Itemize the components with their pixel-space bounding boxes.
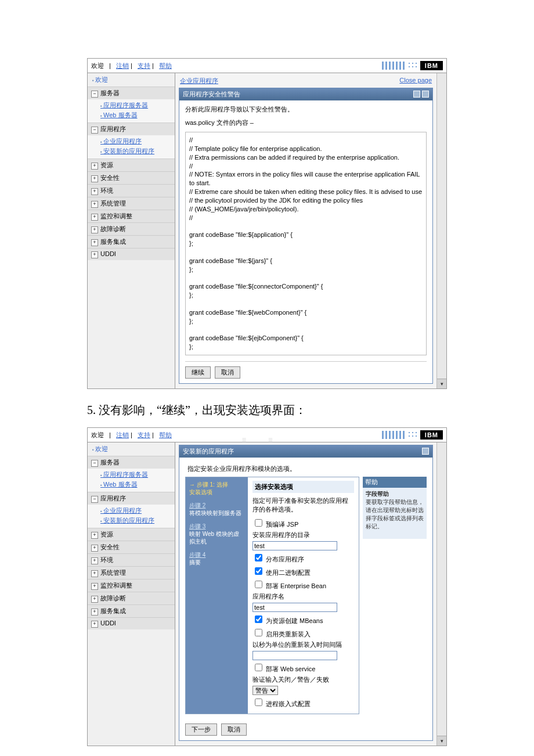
expand-collapse-icon[interactable]: + [91, 570, 98, 577]
expand-collapse-icon[interactable]: + [91, 621, 98, 628]
deploy-webservice-checkbox[interactable]: 部署 Web service [252, 665, 315, 672]
logout-link[interactable]: 注销 [116, 431, 129, 438]
enable-class-reload-checkbox[interactable]: 启用类重新装入 [252, 631, 311, 638]
main-content: 安装新的应用程序 指定安装企业应用程序和模块的选项。 步骤 1: 选择安装选项 [175, 442, 436, 746]
expand-collapse-icon[interactable]: + [91, 175, 98, 182]
deploy-ejb-checkbox[interactable]: 部署 Enterprise Bean [252, 582, 326, 589]
main-content: 企业应用程序 Close page 应用程序安全性警告 分析此应用程序导致以下安… [175, 73, 436, 388]
help-icon[interactable] [422, 448, 429, 455]
app-name-input[interactable] [252, 603, 337, 612]
help-link[interactable]: 帮助 [159, 431, 172, 438]
nav-group-安全性[interactable]: +安全性 [88, 172, 175, 184]
breadcrumb-link[interactable]: 企业应用程序 [180, 77, 218, 85]
sidebar: 欢迎 −服务器应用程序服务器Web 服务器−应用程序企业应用程序安装新的应用程序… [88, 442, 175, 746]
process-embedded-config-checkbox[interactable]: 进程嵌入式配置 [252, 700, 311, 707]
nav-item-应用程序服务器[interactable]: 应用程序服务器 [100, 470, 175, 480]
expand-collapse-icon[interactable]: − [91, 91, 98, 98]
step-3[interactable]: 步骤 3映射 Web 模块的虚拟主机 [189, 523, 244, 545]
expand-collapse-icon[interactable]: + [91, 251, 98, 258]
nav-group-监控和调整[interactable]: +监控和调整 [88, 579, 175, 592]
nav-item-企业应用程序[interactable]: 企业应用程序 [100, 136, 175, 146]
nav-group-系统管理[interactable]: +系统管理 [88, 197, 175, 210]
expand-collapse-icon[interactable]: − [91, 496, 98, 503]
expand-collapse-icon[interactable]: + [91, 596, 98, 603]
sidebar-welcome[interactable]: 欢迎 [88, 442, 175, 456]
nav-item-企业应用程序[interactable]: 企业应用程序 [100, 506, 175, 516]
nav-group-服务集成[interactable]: +服务集成 [88, 605, 175, 617]
nav-group-系统管理[interactable]: +系统管理 [88, 567, 175, 579]
nav-group-资源[interactable]: +资源 [88, 528, 175, 541]
nav-group-服务集成[interactable]: +服务集成 [88, 236, 175, 248]
nav-group-故障诊断[interactable]: +故障诊断 [88, 592, 175, 604]
nav-group-服务器[interactable]: −服务器 [88, 456, 175, 469]
expand-collapse-icon[interactable]: + [91, 557, 98, 564]
nav-group-环境[interactable]: +环境 [88, 185, 175, 197]
step-4[interactable]: 步骤 4摘要 [189, 551, 244, 566]
expand-collapse-icon[interactable]: + [91, 214, 98, 221]
help-icon[interactable] [422, 91, 429, 98]
expand-collapse-icon[interactable]: + [91, 545, 98, 552]
nav-item-安装新的应用程序[interactable]: 安装新的应用程序 [100, 146, 175, 156]
create-mbeans-checkbox[interactable]: 为资源创建 MBeans [252, 617, 323, 624]
nav-item-Web 服务器[interactable]: Web 服务器 [100, 480, 175, 489]
expand-collapse-icon[interactable]: + [91, 239, 98, 246]
expand-collapse-icon[interactable]: + [91, 532, 98, 539]
install-dir-input[interactable] [252, 541, 337, 550]
decor-dots [407, 62, 418, 70]
reload-interval-label: 以秒为单位的重新装入时间间隔 [252, 640, 354, 649]
step-2[interactable]: 步骤 2将模块映射到服务器 [189, 502, 244, 517]
expand-collapse-icon[interactable]: + [91, 201, 98, 208]
nav-group-监控和调整[interactable]: +监控和调整 [88, 210, 175, 222]
topbar: 欢迎 | 注销 | 支持 | 帮助 IBM [88, 59, 446, 73]
cancel-button[interactable]: 取消 [221, 723, 247, 736]
distribute-app-checkbox[interactable]: 分布应用程序 [252, 556, 304, 563]
wizard-steps: 步骤 1: 选择安装选项 步骤 2将模块映射到服务器 步骤 3映射 Web 模块… [186, 477, 248, 714]
expand-collapse-icon[interactable]: + [91, 583, 98, 590]
nav-group-资源[interactable]: +资源 [88, 159, 175, 171]
app-name-label: 应用程序名 [252, 592, 354, 601]
panel-title: 安装新的应用程序 [183, 447, 234, 456]
next-button[interactable]: 下一步 [185, 723, 217, 736]
close-page-link[interactable]: Close page [399, 77, 432, 85]
expand-collapse-icon[interactable]: + [91, 163, 98, 170]
topbar-welcome: 欢迎 [91, 62, 104, 69]
continue-button[interactable]: 继续 [185, 366, 211, 379]
nav-group-应用程序[interactable]: −应用程序 [88, 123, 175, 135]
form-heading: 选择安装选项 [252, 481, 354, 493]
help-link[interactable]: 帮助 [159, 62, 172, 69]
expand-collapse-icon[interactable]: + [91, 188, 98, 195]
scroll-down-icon[interactable]: ▾ [437, 379, 446, 388]
expand-collapse-icon[interactable]: + [91, 226, 98, 233]
reload-interval-input[interactable] [252, 651, 337, 660]
nav-item-Web 服务器[interactable]: Web 服务器 [100, 110, 175, 120]
cancel-button[interactable]: 取消 [215, 366, 240, 379]
nav-group-UDDI[interactable]: +UDDI [88, 249, 175, 260]
security-warning-panel: 应用程序安全性警告 分析此应用程序导致以下安全性警告。 was.policy 文… [179, 88, 433, 384]
install-app-panel: 安装新的应用程序 指定安装企业应用程序和模块的选项。 步骤 1: 选择安装选项 [179, 445, 433, 741]
support-link[interactable]: 支持 [138, 431, 150, 438]
warning-text: 分析此应用程序导致以下安全性警告。 [185, 105, 427, 114]
minimize-icon[interactable] [413, 91, 420, 98]
nav-group-UDDI[interactable]: +UDDI [88, 618, 175, 629]
expand-collapse-icon[interactable]: + [91, 609, 98, 615]
scrollbar[interactable]: ▾ [436, 442, 446, 746]
expand-collapse-icon[interactable]: − [91, 460, 98, 467]
expand-collapse-icon[interactable]: − [91, 127, 98, 134]
support-link[interactable]: 支持 [138, 62, 150, 69]
nav-group-服务器[interactable]: −服务器 [88, 87, 175, 99]
scroll-down-icon[interactable]: ▾ [437, 736, 446, 746]
nav-item-应用程序服务器[interactable]: 应用程序服务器 [100, 100, 175, 110]
nav-group-故障诊断[interactable]: +故障诊断 [88, 223, 175, 235]
install-dir-label: 安装应用程序的目录 [252, 531, 354, 539]
precompile-jsp-checkbox[interactable]: 预编译 JSP [252, 521, 298, 528]
nav-group-环境[interactable]: +环境 [88, 554, 175, 566]
validate-input-select[interactable]: 警告 [252, 686, 278, 695]
logout-link[interactable]: 注销 [116, 62, 129, 69]
sidebar-welcome[interactable]: 欢迎 [88, 73, 175, 87]
scrollbar[interactable]: ▾ [436, 73, 446, 388]
panel-subtitle: 指定安装企业应用程序和模块的选项。 [185, 462, 427, 477]
use-binary-config-checkbox[interactable]: 使用二进制配置 [252, 569, 311, 576]
nav-item-安装新的应用程序[interactable]: 安装新的应用程序 [100, 516, 175, 525]
nav-group-安全性[interactable]: +安全性 [88, 541, 175, 553]
nav-group-应用程序[interactable]: −应用程序 [88, 492, 175, 505]
